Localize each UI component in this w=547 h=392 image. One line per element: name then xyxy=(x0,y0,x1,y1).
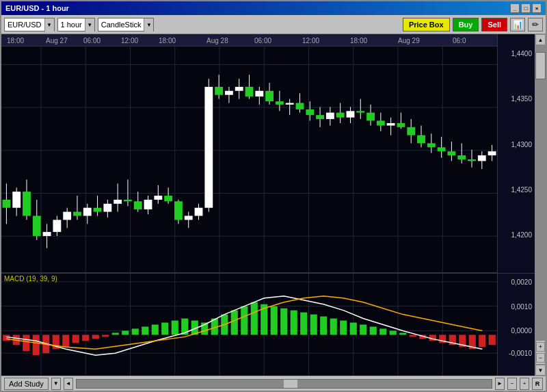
macd-level-label: 0,0010 xyxy=(511,302,532,310)
candlestick-chart[interactable] xyxy=(1,47,497,273)
svg-text:Aug 27: Aug 27 xyxy=(46,37,68,44)
scroll-right-button[interactable]: ► xyxy=(495,378,505,390)
window-frame: EUR/USD - 1 hour _ □ × EUR/USD ▼ 1 hour … xyxy=(0,0,547,392)
timeframe-value: 1 hour xyxy=(58,18,85,31)
price-axis-main: 1,44001,43501,43001,42501,4200 xyxy=(498,34,535,273)
svg-text:12:00: 12:00 xyxy=(302,37,319,44)
svg-text:18:00: 18:00 xyxy=(7,37,24,44)
macd-level-label: 0,0000 xyxy=(511,327,532,335)
macd-chart[interactable]: MACD (19, 39, 9) xyxy=(1,273,497,376)
buy-button[interactable]: Buy xyxy=(453,18,479,31)
scrollbar-thumb[interactable] xyxy=(535,52,546,79)
price-level-label: 1,4250 xyxy=(511,185,532,193)
chart-area: 18:00Aug 2706:0012:0018:00Aug 2806:0012:… xyxy=(1,34,546,376)
close-button[interactable]: × xyxy=(532,3,542,13)
charttype-dropdown-arrow[interactable]: ▼ xyxy=(144,18,153,32)
title-bar-buttons: _ □ × xyxy=(510,3,542,13)
window-title: EUR/USD - 1 hour xyxy=(5,4,69,12)
scroll-down-button[interactable]: ▼ xyxy=(535,365,546,376)
price-level-label: 1,4400 xyxy=(511,49,532,57)
macd-level-label: 0,0020 xyxy=(511,278,532,285)
timeframe-dropdown-arrow[interactable]: ▼ xyxy=(85,18,94,32)
macd-level-label: -0,0010 xyxy=(509,350,532,357)
symbol-dropdown-arrow[interactable]: ▼ xyxy=(44,18,54,32)
sell-button[interactable]: Sell xyxy=(481,18,507,31)
right-scrollbar: ▲ + − ▼ xyxy=(535,34,546,376)
add-study-button[interactable]: Add Study xyxy=(4,378,49,390)
r-button[interactable]: R xyxy=(532,378,543,390)
symbol-value: EUR/USD xyxy=(5,18,44,31)
pricebox-button[interactable]: Price Box xyxy=(403,18,450,31)
scroll-left-button[interactable]: ◄ xyxy=(64,378,73,390)
svg-text:06:0: 06:0 xyxy=(453,37,466,44)
scrollbar-track[interactable] xyxy=(535,45,546,340)
price-level-label: 1,4200 xyxy=(511,231,532,239)
price-level-label: 1,4300 xyxy=(511,140,532,148)
chart-main: 18:00Aug 2706:0012:0018:00Aug 2806:0012:… xyxy=(1,34,497,376)
scroll-plus-button[interactable]: + xyxy=(520,378,529,390)
draw-icon-btn[interactable]: ✏ xyxy=(528,18,543,31)
svg-text:Aug 29: Aug 29 xyxy=(398,37,420,44)
maximize-button[interactable]: □ xyxy=(521,3,531,13)
price-axis: 1,44001,43501,43001,42501,4200 0,00200,0… xyxy=(497,34,535,376)
price-level-label: 1,4350 xyxy=(511,95,532,103)
svg-text:Aug 28: Aug 28 xyxy=(206,37,228,44)
zoom-in-button[interactable]: + xyxy=(536,342,545,352)
scroll-up-button[interactable]: ▲ xyxy=(535,34,546,45)
svg-text:12:00: 12:00 xyxy=(121,37,138,44)
svg-text:06:00: 06:00 xyxy=(254,37,271,44)
timeframe-selector[interactable]: 1 hour ▼ xyxy=(57,18,95,31)
zoom-out-button[interactable]: − xyxy=(536,353,545,363)
minimize-button[interactable]: _ xyxy=(510,3,520,13)
time-axis: 18:00Aug 2706:0012:0018:00Aug 2806:0012:… xyxy=(1,34,497,47)
title-bar: EUR/USD - 1 hour _ □ × xyxy=(1,1,546,15)
charttype-value: CandleStick xyxy=(98,18,144,31)
svg-text:18:00: 18:00 xyxy=(350,37,367,44)
status-bar: Add Study ▼ ◄ ► − + R xyxy=(1,376,546,391)
horizontal-scrollbar[interactable] xyxy=(76,379,492,389)
svg-text:18:00: 18:00 xyxy=(159,37,176,44)
price-axis-macd: 0,00200,00100,0000-0,0010 xyxy=(498,273,535,376)
toolbar: EUR/USD ▼ 1 hour ▼ CandleStick ▼ Price B… xyxy=(1,15,546,34)
symbol-selector[interactable]: EUR/USD ▼ xyxy=(4,18,55,31)
charttype-selector[interactable]: CandleStick ▼ xyxy=(98,18,155,31)
horizontal-scroll-thumb[interactable] xyxy=(284,380,297,388)
add-study-dropdown[interactable]: ▼ xyxy=(51,378,61,390)
scroll-minus-button[interactable]: − xyxy=(507,378,517,390)
chart-icon-btn[interactable]: 📊 xyxy=(510,18,525,31)
svg-text:06:00: 06:00 xyxy=(83,37,101,44)
macd-label: MACD (19, 39, 9) xyxy=(4,275,57,283)
